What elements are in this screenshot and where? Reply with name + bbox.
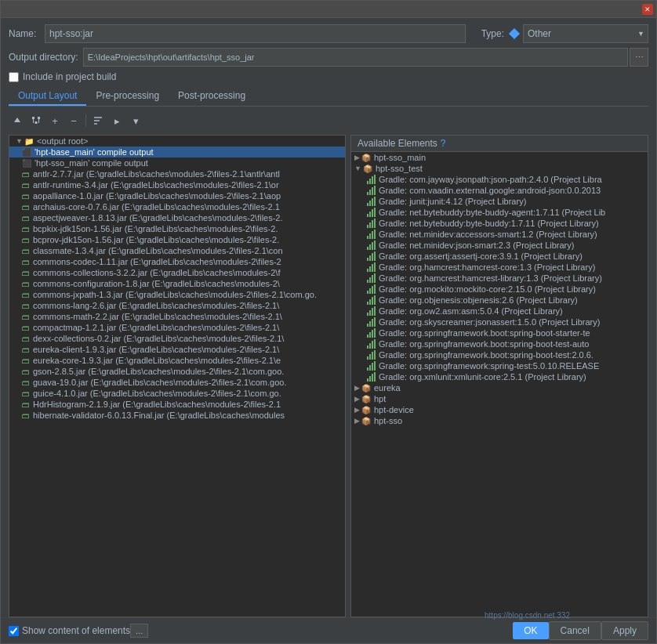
show-content-label: Show content of elements bbox=[22, 625, 130, 636]
lib-bars-icon bbox=[367, 175, 376, 184]
right-tree-json-smart[interactable]: Gradle: net.minidev:json-smart:2.3 (Proj… bbox=[351, 240, 648, 251]
available-elements-label: Available Elements bbox=[358, 138, 437, 149]
lib-bars-icon-12 bbox=[367, 295, 376, 305]
right-tree-item-label-5: Gradle: net.bytebuddy:byte-buddy:1.7.11 … bbox=[379, 219, 599, 228]
type-diamond-icon bbox=[509, 28, 520, 39]
right-tree-hpt-sso-main[interactable]: ▶ 📦 hpt-sso_main bbox=[351, 152, 648, 163]
ok-button[interactable]: OK bbox=[513, 622, 548, 639]
tree-item-dexx[interactable]: 🗃 dexx-collections-0.2.jar (E:\gradleLib… bbox=[9, 333, 345, 344]
right-tree-hamcrest-library[interactable]: Gradle: org.hamcrest:hamcrest-library:1.… bbox=[351, 273, 648, 284]
tree-item-bcprov[interactable]: 🗃 bcprov-jdk15on-1.56.jar (E:\gradleLibs… bbox=[9, 234, 345, 245]
tree-item-commons-config[interactable]: 🗃 commons-configuration-1.8.jar (E:\grad… bbox=[9, 278, 345, 289]
more-button[interactable]: ... bbox=[130, 624, 148, 638]
right-tree-bytebuddy[interactable]: Gradle: net.bytebuddy:byte-buddy:1.7.11 … bbox=[351, 218, 648, 229]
sort-button[interactable] bbox=[89, 112, 107, 129]
lib-bars-icon-10 bbox=[367, 273, 376, 283]
tree-item-commons-collections[interactable]: 🗃 commons-collections-3.2.2.jar (E:\grad… bbox=[9, 267, 345, 278]
type-section: Type: Other bbox=[481, 24, 648, 43]
tree-item-antlr-runtime[interactable]: 🗃 antlr-runtime-3.4.jar (E:\gradleLibs\c… bbox=[9, 179, 345, 190]
right-tree-mockito[interactable]: Gradle: org.mockito:mockito-core:2.15.0 … bbox=[351, 284, 648, 295]
right-tree-hamcrest-core[interactable]: Gradle: org.hamcrest:hamcrest-core:1.3 (… bbox=[351, 262, 648, 273]
hierarchy-button[interactable] bbox=[27, 112, 45, 129]
tree-item-eureka-core[interactable]: 🗃 eureka-core-1.9.3.jar (E:\gradleLibs\c… bbox=[9, 355, 345, 366]
right-tree-junit[interactable]: Gradle: junit:junit:4.12 (Project Librar… bbox=[351, 196, 648, 207]
right-tree-hpt-sso-test[interactable]: ▼ 📦 hpt-sso_test bbox=[351, 163, 648, 174]
right-tree-jsonassert[interactable]: Gradle: org.skyscreamer:jsonassert:1.5.0… bbox=[351, 317, 648, 327]
cancel-button[interactable]: Cancel bbox=[549, 621, 601, 640]
right-tree-xmlunit[interactable]: Gradle: org.xmlunit:xmlunit-core:2.5.1 (… bbox=[351, 371, 648, 382]
right-tree-asm[interactable]: Gradle: org.ow2.asm:asm:5.0.4 (Project L… bbox=[351, 306, 648, 317]
jar-icon-9: 🗃 bbox=[22, 258, 30, 266]
tree-item-label: aopalliance-1.0.jar (E:\gradleLibs\cache… bbox=[33, 191, 281, 201]
tree-item-commons-math[interactable]: 🗃 commons-math-2.2.jar (E:\gradleLibs\ca… bbox=[9, 311, 345, 322]
right-tree-objenesis[interactable]: Gradle: org.objenesis:objenesis:2.6 (Pro… bbox=[351, 295, 648, 306]
tree-item-gson[interactable]: 🗃 gson-2.8.5.jar (E:\gradleLibs\caches\m… bbox=[9, 366, 345, 377]
tree-item-compile-base[interactable]: ⬛ 'hpt-base_main' compile output bbox=[9, 147, 345, 157]
include-label: Include in project build bbox=[23, 71, 116, 82]
tree-item-aopalliance[interactable]: 🗃 aopalliance-1.0.jar (E:\gradleLibs\cac… bbox=[9, 190, 345, 201]
right-tree-item-label-11: Gradle: org.mockito:mockito-core:2.15.0 … bbox=[379, 284, 596, 294]
right-tree-hpt-device[interactable]: ▶ 📦 hpt-device bbox=[351, 404, 648, 415]
remove-button[interactable]: − bbox=[65, 112, 82, 129]
close-button[interactable]: ✕ bbox=[642, 4, 653, 15]
tab-output-layout[interactable]: Output Layout bbox=[9, 87, 86, 106]
right-tree-android-json[interactable]: Gradle: com.vaadin.external.google:andro… bbox=[351, 185, 648, 196]
tree-item-compactmap[interactable]: 🗃 compactmap-1.2.1.jar (E:\gradleLibs\ca… bbox=[9, 322, 345, 333]
compile-icon: ⬛ bbox=[22, 148, 31, 157]
expand-button[interactable]: ▸ bbox=[108, 112, 125, 129]
tree-item-hibernate-validator[interactable]: 🗃 hibernate-validator-6.0.13.Final.jar (… bbox=[9, 410, 345, 421]
tree-item-commons-jxpath[interactable]: 🗃 commons-jxpath-1.3.jar (E:\gradleLibs\… bbox=[9, 289, 345, 300]
lib-bars-icon-15 bbox=[367, 328, 376, 338]
right-tree-assertj[interactable]: Gradle: org.assertj:assertj-core:3.9.1 (… bbox=[351, 251, 648, 262]
tab-postprocessing[interactable]: Post-processing bbox=[169, 87, 255, 106]
tree-item-compile-sso[interactable]: ⬛ 'hpt-sso_main' compile output bbox=[9, 157, 345, 168]
output-dir-input[interactable] bbox=[83, 48, 628, 67]
tree-item-antlr[interactable]: 🗃 antlr-2.7.7.jar (E:\gradleLibs\caches\… bbox=[9, 168, 345, 179]
right-expand-arrow-6: ▶ bbox=[354, 417, 360, 425]
tree-item-commons-lang[interactable]: 🗃 commons-lang-2.6.jar (E:\gradleLibs\ca… bbox=[9, 300, 345, 311]
tree-item-label: classmate-1.3.4.jar (E:\gradleLibs\cache… bbox=[33, 246, 283, 255]
right-tree-hpt[interactable]: ▶ 📦 hpt bbox=[351, 393, 648, 404]
right-tree-spring-boot-starter-test[interactable]: Gradle: org.springframework.boot:spring-… bbox=[351, 327, 648, 338]
tree-item-bcpkix[interactable]: 🗃 bcpkix-jdk15on-1.56.jar (E:\gradleLibs… bbox=[9, 223, 345, 234]
move-up-button[interactable] bbox=[9, 112, 26, 129]
name-label: Name: bbox=[9, 28, 40, 39]
main-content: + − ▸ ▾ ▼ 📁 <output root> bbox=[9, 110, 648, 617]
add-button[interactable]: + bbox=[46, 112, 64, 129]
tree-item-aspectj[interactable]: 🗃 aspectjweaver-1.8.13.jar (E:\gradleLib… bbox=[9, 212, 345, 223]
tree-item-label: guice-4.1.0.jar (E:\gradleLibs\caches\mo… bbox=[33, 389, 281, 398]
right-tree-spring-boot-test[interactable]: Gradle: org.springframework.boot:spring-… bbox=[351, 349, 648, 360]
include-checkbox[interactable] bbox=[9, 72, 19, 82]
tree-item-classmate[interactable]: 🗃 classmate-1.3.4.jar (E:\gradleLibs\cac… bbox=[9, 245, 345, 256]
right-tree-item-label-2: Gradle: com.vaadin.external.google:andro… bbox=[379, 186, 601, 195]
tree-item-hdrhistogram[interactable]: 🗃 HdrHistogram-2.1.9.jar (E:\gradleLibs\… bbox=[9, 399, 345, 410]
right-expand-arrow-2: ▼ bbox=[354, 165, 361, 172]
browse-button[interactable]: ⋯ bbox=[630, 48, 648, 67]
jar-icon-11: 🗃 bbox=[22, 280, 30, 288]
right-tree-accessors-smart[interactable]: Gradle: net.minidev:accessors-smart:1.2 … bbox=[351, 229, 648, 240]
help-icon[interactable]: ? bbox=[441, 138, 446, 149]
right-tree-eureka[interactable]: ▶ 📦 eureka bbox=[351, 382, 648, 393]
show-content-checkbox[interactable] bbox=[9, 626, 19, 636]
type-select[interactable]: Other bbox=[523, 24, 648, 43]
tab-preprocessing[interactable]: Pre-processing bbox=[86, 87, 169, 106]
right-tree-hpt-sso[interactable]: ▶ 📦 hpt-sso bbox=[351, 415, 648, 426]
tree-item-label: <output root> bbox=[37, 136, 88, 146]
right-tree-jsonpath[interactable]: Gradle: com.jayway.jsonpath:json-path:2.… bbox=[351, 174, 648, 185]
right-tree-bytebuddy-agent[interactable]: Gradle: net.bytebuddy:byte-buddy-agent:1… bbox=[351, 207, 648, 218]
right-tree-spring-test[interactable]: Gradle: org.springframework:spring-test:… bbox=[351, 360, 648, 371]
right-tree-item-label-16: Gradle: org.springframework.boot:spring-… bbox=[379, 339, 589, 349]
lib-bars-icon-3 bbox=[367, 197, 376, 206]
apply-button[interactable]: Apply bbox=[601, 621, 648, 640]
tree-item-output-root[interactable]: ▼ 📁 <output root> bbox=[9, 136, 345, 147]
lib-bars-icon-14 bbox=[367, 317, 376, 327]
tree-item-guava[interactable]: 🗃 guava-19.0.jar (E:\gradleLibs\caches\m… bbox=[9, 377, 345, 388]
collapse-button[interactable]: ▾ bbox=[127, 112, 144, 129]
name-input[interactable] bbox=[45, 24, 466, 43]
tree-item-archaius[interactable]: 🗃 archaius-core-0.7.6.jar (E:\gradleLibs… bbox=[9, 201, 345, 212]
tree-item-commons-codec[interactable]: 🗃 commons-codec-1.11.jar (E:\gradleLibs\… bbox=[9, 256, 345, 267]
tree-item-eureka-client[interactable]: 🗃 eureka-client-1.9.3.jar (E:\gradleLibs… bbox=[9, 344, 345, 355]
right-tree-spring-boot-test-autoconfigure[interactable]: Gradle: org.springframework.boot:spring-… bbox=[351, 338, 648, 349]
right-tree-item-label: Gradle: com.jayway.jsonpath:json-path:2.… bbox=[379, 175, 602, 184]
tree-item-guice[interactable]: 🗃 guice-4.1.0.jar (E:\gradleLibs\caches\… bbox=[9, 388, 345, 399]
